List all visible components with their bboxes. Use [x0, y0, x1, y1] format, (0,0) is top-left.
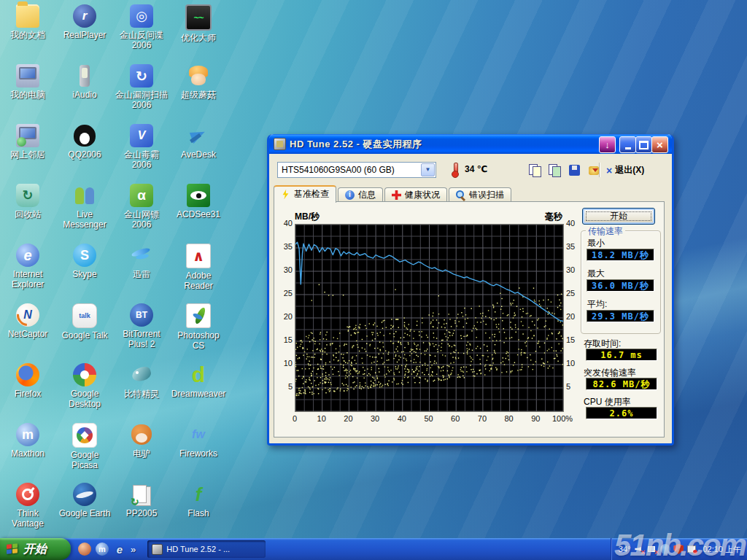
photoshop-icon[interactable]	[186, 303, 211, 328]
live-messenger-icon[interactable]	[73, 184, 96, 207]
desktop-icon-recycle-bin[interactable]: 回收站	[0, 184, 55, 219]
quick-launch-chevron[interactable]: »	[131, 544, 136, 555]
skype-icon[interactable]	[73, 244, 96, 267]
desktop-icon-flash[interactable]: Flash	[171, 483, 226, 518]
flash-icon[interactable]	[187, 483, 210, 506]
start-button[interactable]: 开始	[0, 538, 71, 560]
tray-network-offline-icon[interactable]	[647, 544, 657, 554]
network-places-icon[interactable]	[16, 124, 39, 147]
tray-volume-muted-icon[interactable]	[634, 544, 644, 554]
dreamweaver-icon[interactable]	[187, 363, 210, 386]
maximize-button[interactable]	[635, 136, 652, 153]
desktop-icon-xunlei[interactable]: 迅雷	[114, 244, 169, 279]
desktop-icon-kingsoft-netshield[interactable]: 金山网镖 2006	[114, 184, 169, 230]
desktop-icon-thinkvantage[interactable]: Think Vantage	[0, 483, 55, 529]
taskbar-task-button-hdtune[interactable]: HD Tune 2.52 - ...	[147, 540, 266, 558]
acdsee-icon[interactable]	[187, 184, 210, 207]
recycle-bin-icon[interactable]	[16, 184, 39, 207]
copy-image-icon[interactable]	[546, 162, 564, 179]
close-button[interactable]: ×	[651, 136, 668, 153]
tray-task-scheduler-icon[interactable]	[686, 544, 697, 554]
desktop-icon-realplayer[interactable]: RealPlayer	[57, 4, 112, 40]
desktop-icon-maxthon[interactable]: Maxthon	[0, 423, 55, 459]
desktop-icon-internet-explorer[interactable]: Internet Explorer	[0, 244, 55, 289]
exit-button[interactable]: × 退出(X)	[606, 164, 644, 176]
quick-launch-internet-explorer-icon[interactable]	[113, 542, 126, 556]
quick-launch-browser-swirl-icon[interactable]	[78, 542, 91, 556]
desktop-icon-avedesk[interactable]: AveDesk	[171, 124, 226, 160]
google-earth-icon[interactable]	[73, 483, 96, 506]
download-arrow-button[interactable]: ↓	[599, 136, 616, 153]
desktop-icon-acdsee[interactable]: ACDSee31	[171, 184, 226, 219]
save-icon[interactable]	[565, 162, 584, 179]
desktop-icon-doc-folder[interactable]: 我的文档	[0, 4, 55, 40]
bitspirit-icon[interactable]	[130, 363, 153, 386]
emule-icon[interactable]	[130, 423, 153, 446]
combobox-dropdown-button[interactable]: ▼	[421, 163, 435, 176]
desktop-icon-dreamweaver[interactable]: Dreamweaver	[171, 363, 226, 399]
kingsoft-netshield-icon[interactable]	[130, 184, 153, 207]
desktop-icon-emule[interactable]: 电驴	[114, 423, 169, 459]
qq2006-icon[interactable]	[73, 124, 96, 147]
copy-icon[interactable]	[526, 162, 544, 179]
realplayer-icon[interactable]	[73, 4, 96, 28]
tab-benchmark[interactable]: 基准检查	[274, 185, 336, 203]
desktop-icon-youhua-dashi[interactable]: 优化大师	[171, 4, 226, 43]
firefox-icon[interactable]	[16, 363, 39, 386]
bittorrent-icon[interactable]	[130, 303, 153, 327]
desktop-icon-qq2006[interactable]: QQ2006	[57, 124, 112, 160]
desktop-icon-netcaptor[interactable]: NetCaptor	[0, 303, 55, 339]
desktop-icon-iaudio[interactable]: iAudio	[57, 64, 112, 100]
desktop-icon-live-messenger[interactable]: Live Messenger	[57, 184, 112, 230]
minimize-button[interactable]	[619, 136, 636, 153]
netcaptor-icon[interactable]	[16, 303, 39, 327]
kingsoft-antispy-icon[interactable]	[130, 4, 153, 28]
desktop-icon-pp2005[interactable]: PP2005	[114, 483, 169, 518]
my-computer-icon[interactable]	[16, 64, 39, 88]
kingsoft-duba-icon[interactable]	[130, 124, 153, 147]
desktop-icon-network-places[interactable]: 网上邻居	[0, 124, 55, 160]
desktop-icon-kingsoft-duba[interactable]: 金山毒霸 2006	[114, 124, 169, 170]
desktop-icon-firefox[interactable]: Firefox	[0, 363, 55, 399]
tray-security-shield-icon[interactable]	[673, 544, 684, 554]
google-talk-icon[interactable]	[72, 303, 97, 328]
super-mushroom-icon[interactable]	[187, 64, 210, 88]
thinkvantage-icon[interactable]	[16, 483, 39, 506]
start-benchmark-button[interactable]: 开始	[582, 208, 655, 225]
pp2005-icon[interactable]	[130, 483, 153, 506]
window-titlebar[interactable]: HD Tune 2.52 - 硬盘实用程序 ↓ ×	[269, 134, 672, 154]
desktop-icon-google-picasa[interactable]: Google Picasa	[57, 423, 112, 470]
iaudio-icon[interactable]	[73, 64, 96, 88]
google-desktop-icon[interactable]	[73, 363, 96, 386]
internet-explorer-icon[interactable]	[16, 244, 39, 267]
desktop-icon-kingsoft-scan[interactable]: 金山漏洞扫描 2006	[114, 64, 169, 110]
maxthon-icon[interactable]	[16, 423, 39, 446]
fireworks-icon[interactable]	[187, 423, 210, 446]
quick-launch-maxthon-icon[interactable]	[96, 542, 109, 556]
desktop-icon-bitspirit[interactable]: 比特精灵	[114, 363, 169, 399]
desktop-icon-super-mushroom[interactable]: 超级蘑菇	[171, 64, 226, 100]
tray-messenger-icon[interactable]	[660, 544, 670, 554]
adobe-reader-icon[interactable]	[186, 244, 211, 268]
desktop-icon-fireworks[interactable]: Fireworks	[171, 423, 226, 459]
desktop-icon-kingsoft-antispy[interactable]: 金山反间谍 2006	[114, 4, 169, 50]
youhua-dashi-icon[interactable]	[185, 4, 212, 31]
avedesk-icon[interactable]	[187, 124, 210, 147]
kingsoft-scan-icon[interactable]	[130, 64, 153, 88]
desktop-icon-google-desktop[interactable]: Google Desktop	[57, 363, 112, 409]
drive-select-combobox[interactable]: HTS541060G9SA00 (60 GB) ▼	[277, 162, 436, 178]
tab-scan[interactable]: 错误扫描	[449, 187, 511, 203]
tab-info[interactable]: 信息	[338, 187, 383, 203]
desktop-icon-photoshop[interactable]: Photoshop CS	[171, 303, 226, 351]
desktop-icon-google-talk[interactable]: Google Talk	[57, 303, 112, 341]
doc-folder-icon[interactable]	[16, 4, 39, 28]
xunlei-icon[interactable]	[130, 244, 153, 267]
tab-health[interactable]: 健康状况	[384, 187, 447, 203]
desktop-icon-google-earth[interactable]: Google Earth	[57, 483, 112, 518]
desktop-icon-skype[interactable]: Skype	[57, 244, 112, 279]
desktop-icon-adobe-reader[interactable]: Adobe Reader	[171, 244, 226, 291]
google-picasa-icon[interactable]	[72, 423, 97, 448]
desktop-icon-bittorrent[interactable]: BitTorrent Plus! 2	[114, 303, 169, 349]
desktop-icon-my-computer[interactable]: 我的电脑	[0, 64, 55, 100]
options-icon[interactable]	[585, 162, 603, 179]
